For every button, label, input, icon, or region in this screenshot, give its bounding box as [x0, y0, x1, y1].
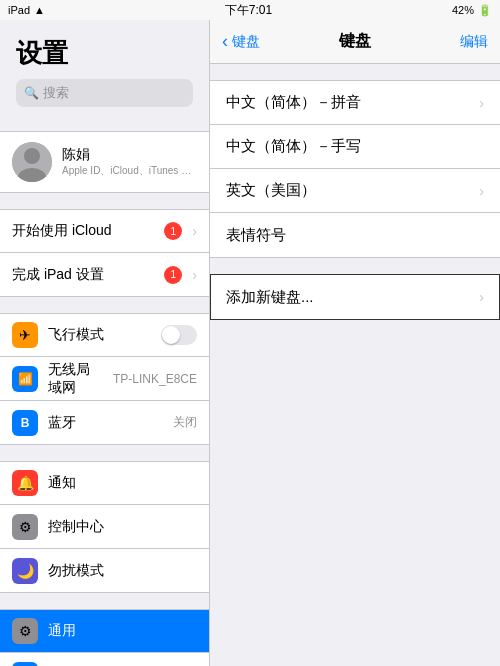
zh-pinyin-label: 中文（简体）－拼音 [226, 93, 479, 112]
sidebar-item-dnd[interactable]: 🌙 勿扰模式 [0, 549, 209, 593]
bluetooth-value: 关闭 [173, 414, 197, 431]
keyboard-row-en-us[interactable]: 英文（美国） › [210, 169, 500, 213]
battery-label: 42% [452, 4, 474, 16]
sidebar-item-wifi[interactable]: 📶 无线局域网 TP-LINK_E8CE [0, 357, 209, 401]
status-time: 下午7:01 [225, 2, 272, 19]
sidebar: 设置 🔍 搜索 陈娟 Apple ID、iCloud、iTunes 与 App.… [0, 20, 210, 666]
profile-subtitle: Apple ID、iCloud、iTunes 与 App... [62, 164, 197, 178]
keyboard-row-zh-pinyin[interactable]: 中文（简体）－拼音 › [210, 81, 500, 125]
settings-section-connectivity: ✈ 飞行模式 📶 无线局域网 TP-LINK_E8CE B 蓝牙 关闭 [0, 313, 209, 445]
search-placeholder: 搜索 [43, 84, 69, 102]
add-keyboard-row[interactable]: 添加新键盘... › [210, 275, 500, 319]
status-left: iPad ▲ [8, 4, 45, 16]
ipad-setup-label: 完成 iPad 设置 [12, 266, 154, 284]
keyboard-list: 中文（简体）－拼音 › 中文（简体）－手写 英文（美国） › 表情符号 添加新键… [210, 80, 500, 320]
profile-info: 陈娟 Apple ID、iCloud、iTunes 与 App... [62, 146, 197, 178]
sidebar-item-ipad-setup[interactable]: 完成 iPad 设置 1 › [0, 253, 209, 297]
bluetooth-icon: B [12, 410, 38, 436]
avatar-body [18, 168, 46, 182]
notifications-label: 通知 [48, 474, 197, 492]
avatar [12, 142, 52, 182]
search-icon: 🔍 [24, 86, 39, 100]
airplane-label: 飞行模式 [48, 326, 151, 344]
section-gap-4 [0, 593, 209, 609]
nav-back-button[interactable]: ‹ 键盘 [222, 31, 260, 52]
wifi-label: 无线局域网 [48, 361, 103, 397]
icloud-badge: 1 [164, 222, 182, 240]
section-gap-3 [0, 445, 209, 461]
keyboard-row-zh-handwrite[interactable]: 中文（简体）－手写 [210, 125, 500, 169]
status-bar: iPad ▲ 下午7:01 42% 🔋 [0, 0, 500, 20]
sidebar-header: 设置 🔍 搜索 [0, 20, 209, 115]
add-keyboard-chevron: › [479, 289, 484, 305]
dnd-label: 勿扰模式 [48, 562, 197, 580]
section-gap-1 [0, 193, 209, 209]
keyboard-section: 中文（简体）－拼音 › 中文（简体）－手写 英文（美国） › 表情符号 [210, 80, 500, 258]
add-keyboard-label: 添加新键盘... [226, 288, 479, 307]
bluetooth-label: 蓝牙 [48, 414, 163, 432]
airplane-toggle[interactable] [161, 325, 197, 345]
control-center-label: 控制中心 [48, 518, 197, 536]
general-icon: ⚙ [12, 618, 38, 644]
ipad-setup-chevron: › [192, 267, 197, 283]
battery-icon: 🔋 [478, 4, 492, 17]
add-keyboard-section: 添加新键盘... › [210, 274, 500, 320]
control-center-icon: ⚙ [12, 514, 38, 540]
general-label: 通用 [48, 622, 197, 640]
notifications-icon: 🔔 [12, 470, 38, 496]
sidebar-item-general[interactable]: ⚙ 通用 [0, 609, 209, 653]
display-icon: AA [12, 662, 38, 667]
sidebar-item-airplane[interactable]: ✈ 飞行模式 [0, 313, 209, 357]
profile-section[interactable]: 陈娟 Apple ID、iCloud、iTunes 与 App... [0, 131, 209, 193]
sidebar-item-control-center[interactable]: ⚙ 控制中心 [0, 505, 209, 549]
zh-pinyin-chevron: › [479, 95, 484, 111]
en-us-chevron: › [479, 183, 484, 199]
nav-back-label: 键盘 [232, 33, 260, 51]
carrier-label: iPad [8, 4, 30, 16]
emoji-label: 表情符号 [226, 226, 484, 245]
avatar-image [12, 142, 52, 182]
dnd-icon: 🌙 [12, 558, 38, 584]
en-us-label: 英文（美国） [226, 181, 479, 200]
nav-title: 键盘 [339, 31, 371, 52]
settings-section-general: ⚙ 通用 AA 显示与亮度 ❄ 墙纸 🔊 声音 S Siri 与搜索 [0, 609, 209, 666]
sidebar-item-icloud[interactable]: 开始使用 iCloud 1 › [0, 209, 209, 253]
search-bar[interactable]: 🔍 搜索 [16, 79, 193, 107]
sidebar-scroll: 陈娟 Apple ID、iCloud、iTunes 与 App... 开始使用 … [0, 115, 209, 666]
nav-bar: ‹ 键盘 键盘 编辑 [210, 20, 500, 64]
sidebar-title: 设置 [16, 36, 193, 71]
icloud-chevron: › [192, 223, 197, 239]
settings-section-icloud: 开始使用 iCloud 1 › 完成 iPad 设置 1 › [0, 209, 209, 297]
sidebar-item-bluetooth[interactable]: B 蓝牙 关闭 [0, 401, 209, 445]
profile-name: 陈娟 [62, 146, 197, 164]
wifi-value: TP-LINK_E8CE [113, 372, 197, 386]
main-content: ‹ 键盘 键盘 编辑 中文（简体）－拼音 › 中文（简体）－手写 英文（美国） … [210, 20, 500, 666]
airplane-icon: ✈ [12, 322, 38, 348]
keyboard-row-emoji[interactable]: 表情符号 [210, 213, 500, 257]
status-right: 42% 🔋 [452, 4, 492, 17]
wifi-icon: ▲ [34, 4, 45, 16]
settings-section-alerts: 🔔 通知 ⚙ 控制中心 🌙 勿扰模式 [0, 461, 209, 593]
zh-handwrite-label: 中文（简体）－手写 [226, 137, 484, 156]
sidebar-item-notifications[interactable]: 🔔 通知 [0, 461, 209, 505]
sidebar-item-display[interactable]: AA 显示与亮度 [0, 653, 209, 666]
avatar-head [24, 148, 40, 164]
icloud-label: 开始使用 iCloud [12, 222, 154, 240]
chevron-left-icon: ‹ [222, 31, 228, 52]
section-gap-profile [0, 115, 209, 131]
wifi-row-icon: 📶 [12, 366, 38, 392]
nav-edit-button[interactable]: 编辑 [460, 33, 488, 51]
ipad-setup-badge: 1 [164, 266, 182, 284]
section-gap-2 [0, 297, 209, 313]
